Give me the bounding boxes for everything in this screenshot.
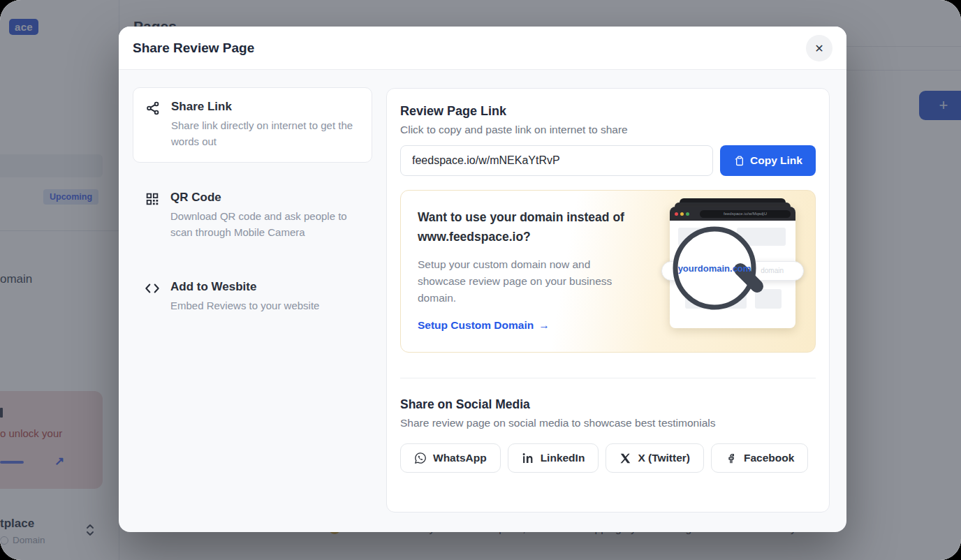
facebook-button[interactable]: Facebook bbox=[711, 443, 808, 473]
domain-illustration: feedspace.io/w/MqsdjU domain bbox=[670, 198, 795, 328]
x-twitter-label: X (Twitter) bbox=[638, 452, 690, 464]
modal-header: Share Review Page ✕ bbox=[119, 27, 846, 70]
nav-qr-code-desc: Download QR code and ask people to scan … bbox=[170, 208, 360, 241]
social-buttons-row: WhatsApp LinkedIn X bbox=[400, 443, 816, 473]
section-divider bbox=[400, 378, 816, 378]
nav-qr-code[interactable]: QR Code Download QR code and ask people … bbox=[133, 187, 372, 244]
app-window: ace Upcoming omain o unlock your ↗ tplac… bbox=[0, 0, 961, 560]
link-row: Copy Link bbox=[400, 145, 816, 176]
review-page-link-heading: Review Page Link bbox=[400, 104, 816, 119]
share-nodes-icon bbox=[145, 100, 161, 150]
whatsapp-icon bbox=[414, 452, 427, 464]
nav-share-link-desc: Share link directly on internet to get t… bbox=[171, 117, 360, 150]
linkedin-button[interactable]: LinkedIn bbox=[508, 443, 599, 473]
magnified-domain-text: yourdomain.com bbox=[678, 263, 751, 274]
nav-add-to-website[interactable]: Add to Wesbite Embed Reviews to your web… bbox=[133, 277, 372, 317]
share-link-panel: Review Page Link Click to copy and paste… bbox=[386, 88, 830, 513]
custom-domain-card: Want to use your domain instead of www.f… bbox=[400, 190, 816, 353]
whatsapp-button[interactable]: WhatsApp bbox=[400, 443, 501, 473]
custom-domain-heading: Want to use your domain instead of www.f… bbox=[418, 207, 659, 246]
x-twitter-button[interactable]: X (Twitter) bbox=[606, 443, 704, 473]
modal-title: Share Review Page bbox=[133, 40, 254, 56]
facebook-label: Facebook bbox=[744, 452, 794, 464]
x-twitter-icon bbox=[619, 452, 631, 464]
nav-share-link[interactable]: Share Link Share link directly on intern… bbox=[133, 87, 372, 163]
nav-share-link-label: Share Link bbox=[171, 100, 360, 114]
review-link-input[interactable] bbox=[400, 145, 713, 176]
nav-add-to-website-desc: Embed Reviews to your website bbox=[170, 297, 319, 314]
nav-add-to-website-label: Add to Wesbite bbox=[170, 280, 319, 294]
custom-domain-body: Setup your custom domain now and showcas… bbox=[418, 256, 636, 307]
linkedin-icon bbox=[522, 452, 534, 464]
code-icon bbox=[145, 280, 160, 314]
qr-code-icon bbox=[145, 191, 160, 241]
arrow-right-icon: → bbox=[538, 319, 550, 332]
close-icon: ✕ bbox=[814, 42, 823, 55]
screen: ace Upcoming omain o unlock your ↗ tplac… bbox=[0, 0, 961, 560]
close-button[interactable]: ✕ bbox=[806, 35, 832, 61]
linkedin-label: LinkedIn bbox=[541, 452, 585, 464]
magnifier-icon: yourdomain.com bbox=[660, 204, 786, 337]
share-review-modal: Share Review Page ✕ Share Link Share lin… bbox=[119, 27, 846, 532]
social-heading: Share on Social Media bbox=[400, 397, 816, 412]
clipboard-icon bbox=[733, 155, 744, 167]
copy-link-button[interactable]: Copy Link bbox=[720, 145, 816, 176]
social-sub: Share review page on social media to sho… bbox=[400, 417, 816, 429]
review-page-link-sub: Click to copy and paste link on internet… bbox=[400, 124, 816, 136]
whatsapp-label: WhatsApp bbox=[433, 452, 487, 464]
setup-custom-domain-label: Setup Custom Domain bbox=[418, 319, 534, 332]
copy-link-label: Copy Link bbox=[750, 154, 802, 167]
facebook-icon bbox=[725, 452, 738, 464]
nav-qr-code-label: QR Code bbox=[170, 191, 360, 205]
